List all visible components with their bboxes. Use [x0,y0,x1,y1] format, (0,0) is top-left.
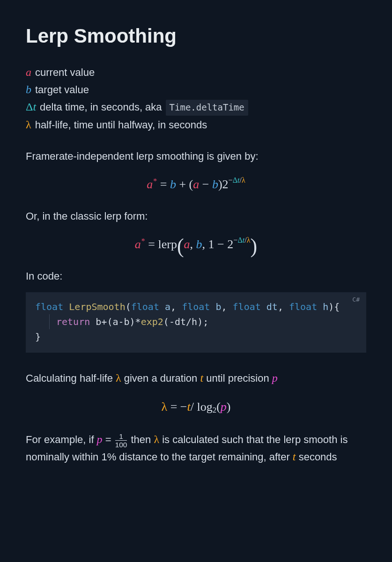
def-lambda: λ half-life, time until halfway, in seco… [26,116,366,133]
example-text: For example, if p = 1100 then λ is calcu… [26,431,366,465]
symbol-p-inline: p [272,372,278,384]
code-language-badge: C# [352,295,360,305]
def-b: b target value [26,81,366,98]
def-a: a current value [26,64,366,81]
def-a-desc: current value [35,65,95,81]
page-title: Lerp Smoothing [26,21,366,51]
halflife-intro: Calculating half-life λ given a duration… [26,370,366,386]
symbol-lambda-inline: λ [116,372,121,384]
code-line-1: float LerpSmooth(float a, float b, float… [35,299,357,314]
def-b-desc: target value [35,82,89,98]
intro-framerate: Framerate-independent lerp smoothing is … [26,148,366,164]
fraction-1-100: 1100 [115,433,127,449]
symbol-b: b [26,81,31,98]
equation-main: a* = b + (a − b)2−Δt/λ [26,175,366,193]
definitions-list: a current value b target value Δt delta … [26,64,366,133]
code-block: C# float LerpSmooth(float a, float b, fl… [26,292,366,353]
intro-classic: Or, in the classic lerp form: [26,208,366,224]
inline-code-deltatime: Time.deltaTime [166,100,248,115]
symbol-lambda: λ [26,116,31,133]
equation-halflife: λ = −t/ log2(p) [26,398,366,416]
def-dt: Δt delta time, in seconds, aka Time.delt… [26,98,366,116]
def-dt-desc: delta time, in seconds, aka [40,99,162,115]
symbol-dt: Δt [26,98,36,116]
intro-code: In code: [26,268,366,284]
equation-lerp-form: a* = lerp(a, b, 1 − 2−Δt/λ) [26,235,366,253]
code-line-2: return b+(a-b)*exp2(-dt/h); [35,314,357,329]
def-lambda-desc: half-life, time until halfway, in second… [35,117,207,133]
code-line-3: } [35,329,357,344]
symbol-a: a [26,64,31,81]
